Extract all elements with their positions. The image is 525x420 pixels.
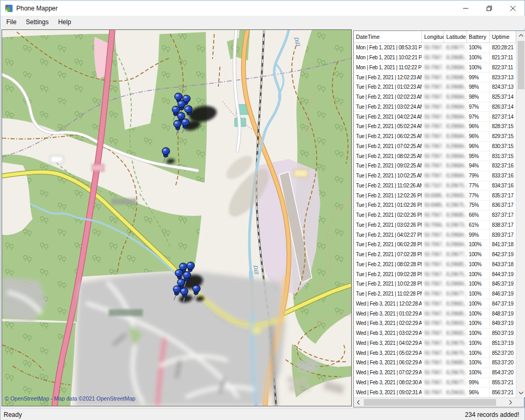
table-row[interactable]: Tue | Feb 2, 2021 | 01:02:23 AM50.7067..… [354, 82, 516, 92]
table-row[interactable]: Mon | Feb 1, 2021 | 08:53:31 PM50.7067..… [354, 43, 516, 53]
cell-datetime: Mon | Feb 1, 2021 | 08:53:31 PM [354, 43, 422, 53]
table-row[interactable]: Wed | Feb 3, 2021 | 08:02:30 AM50.7067..… [354, 378, 516, 388]
cell-uptime: 831:37:15 [490, 151, 516, 161]
cell-latitude: 8.29677.. [444, 289, 467, 299]
cell-battery: 77% [467, 181, 490, 191]
cell-longitude: 50.7067... [422, 230, 444, 240]
column-header-longitude[interactable]: Longitude [422, 31, 444, 43]
table-row[interactable]: Wed | Feb 3, 2021 | 06:02:29 AM50.7067..… [354, 358, 516, 368]
table-row[interactable]: Mon | Feb 1, 2021 | 11:02:22 PM50.7067..… [354, 63, 516, 73]
scroll-up-button[interactable] [517, 31, 525, 40]
table-row[interactable]: Tue | Feb 2, 2021 | 05:02:24 AM50.7067..… [354, 122, 516, 132]
cell-longitude: 50.7067... [422, 299, 444, 309]
cell-uptime: 853:37:20 [490, 358, 516, 368]
table-row[interactable]: Wed | Feb 3, 2021 | 05:02:29 AM50.7067..… [354, 348, 516, 358]
table-row[interactable]: Tue | Feb 2, 2021 | 11:02:26 AM50.7167..… [354, 181, 516, 191]
table-row[interactable]: Tue | Feb 2, 2021 | 12:02:23 AM50.7067..… [354, 72, 516, 82]
cell-uptime: 846:37:19 [490, 289, 516, 299]
chevron-up-icon [519, 34, 523, 37]
table-row[interactable]: Tue | Feb 2, 2021 | 07:02:25 AM50.7067..… [354, 142, 516, 152]
cell-battery: 96% [467, 387, 490, 397]
column-header-datetime[interactable]: DateTime [354, 31, 422, 43]
cell-longitude: 50.7067... [422, 358, 444, 368]
column-header-uptime[interactable]: Uptime [490, 31, 516, 43]
cell-datetime: Wed | Feb 3, 2021 | 06:02:29 AM [354, 358, 422, 368]
column-header-latitude[interactable]: Latitude [444, 31, 467, 43]
cell-uptime: 850:37:19 [490, 329, 516, 339]
table-row[interactable]: Tue | Feb 2, 2021 | 08:02:25 AM50.7067..… [354, 151, 516, 161]
minimize-button[interactable] [454, 1, 477, 16]
cell-battery: 100% [467, 358, 490, 368]
cell-longitude: 50.7067... [422, 339, 444, 349]
table-row[interactable]: Wed | Feb 3, 2021 | 09:02:31 AM50.7067..… [354, 387, 516, 397]
minimize-icon [463, 6, 468, 11]
column-header-battery[interactable]: Battery [467, 31, 490, 43]
cell-latitude: 8.29677... [444, 378, 467, 388]
table-row[interactable]: Wed | Feb 3, 2021 | 03:02:29 AM50.7067..… [354, 329, 516, 339]
restore-icon [487, 6, 492, 11]
cell-battery: 100% [467, 289, 490, 299]
cell-battery: 98% [467, 92, 490, 102]
cell-datetime: Mon | Feb 1, 2021 | 10:02:21 PM [354, 53, 422, 63]
table-row[interactable]: Tue | Feb 2, 2021 | 08:02:28 PM50.7067..… [354, 260, 516, 270]
table-row[interactable]: Tue | Feb 2, 2021 | 06:02:25 AM50.7067..… [354, 132, 516, 142]
cell-uptime: 828:37:15 [490, 122, 516, 132]
cell-longitude: 50.7067... [422, 112, 444, 122]
table-row[interactable]: Tue | Feb 2, 2021 | 04:02:24 AM50.7067..… [354, 112, 516, 122]
map-canvas[interactable]: Dill Dill [2, 30, 351, 406]
table-row[interactable]: Tue | Feb 2, 2021 | 12:02:26 PM50.6985..… [354, 191, 516, 201]
cell-datetime: Tue | Feb 2, 2021 | 07:02:28 PM [354, 250, 422, 260]
table-row[interactable]: Wed | Feb 3, 2021 | 04:02:29 AM50.7067..… [354, 339, 516, 349]
table-row[interactable]: Tue | Feb 2, 2021 | 10:02:28 PM50.7067..… [354, 279, 516, 289]
close-button[interactable] [501, 1, 524, 16]
table-row[interactable]: Wed | Feb 3, 2021 | 12:02:28 AM50.7067..… [354, 299, 516, 309]
scroll-right-button[interactable] [506, 398, 515, 407]
cell-latitude: 8.29684.. [444, 132, 467, 142]
vertical-scroll-thumb[interactable] [518, 41, 524, 89]
restore-button[interactable] [477, 1, 501, 16]
table-row[interactable]: Tue | Feb 2, 2021 | 02:02:23 AM50.7067..… [354, 92, 516, 102]
cell-battery: 99% [467, 230, 490, 240]
cell-uptime: 827:37:14 [490, 112, 516, 122]
table-row[interactable]: Tue | Feb 2, 2021 | 07:02:28 PM50.7067..… [354, 250, 516, 260]
cell-battery: 99% [467, 378, 490, 388]
cell-uptime: 820:28:21 [490, 43, 516, 53]
table-row[interactable]: Wed | Feb 3, 2021 | 02:02:29 AM50.7067..… [354, 319, 516, 329]
table-row[interactable]: Tue | Feb 2, 2021 | 10:02:25 AM50.7067..… [354, 171, 516, 181]
table-row[interactable]: Tue | Feb 2, 2021 | 11:02:28 PM50.7067..… [354, 289, 516, 299]
vertical-scrollbar[interactable] [516, 31, 525, 397]
table-row[interactable]: Tue | Feb 2, 2021 | 02:02:26 PM50.7067..… [354, 211, 516, 220]
cell-uptime: 830:37:15 [490, 142, 516, 152]
horizontal-scroll-thumb[interactable] [364, 399, 496, 406]
cell-latitude: 8.29675... [444, 348, 467, 358]
menu-settings[interactable]: Settings [21, 17, 53, 27]
table-row[interactable]: Wed | Feb 3, 2021 | 01:02:29 AM50.7067..… [354, 309, 516, 319]
table-row[interactable]: Tue | Feb 2, 2021 | 09:02:28 PM50.7067..… [354, 269, 516, 279]
menu-bar: File Settings Help [1, 16, 525, 28]
table-row[interactable]: Tue | Feb 2, 2021 | 01:02:26 PM50.6985..… [354, 201, 516, 211]
cell-uptime: 821:37:11 [490, 53, 516, 63]
table-row[interactable]: Tue | Feb 2, 2021 | 04:02:27 PM50.7067..… [354, 230, 516, 240]
cell-datetime: Tue | Feb 2, 2021 | 12:02:26 PM [354, 191, 422, 201]
scroll-left-button[interactable] [354, 398, 363, 407]
cell-battery: 100% [467, 309, 490, 319]
table-row[interactable]: Wed | Feb 3, 2021 | 07:02:29 AM50.7067..… [354, 368, 516, 378]
table-row[interactable]: Tue | Feb 2, 2021 | 03:02:24 AM50.7067..… [354, 102, 516, 112]
menu-file[interactable]: File [2, 17, 21, 27]
table-row[interactable]: Mon | Feb 1, 2021 | 10:02:21 PM50.7067..… [354, 53, 516, 63]
scroll-down-button[interactable] [517, 388, 525, 397]
cell-longitude: 50.7067... [422, 260, 444, 270]
vertical-scroll-track[interactable] [517, 90, 525, 388]
cell-latitude: 8.29684.. [444, 102, 467, 112]
horizontal-scrollbar[interactable] [354, 397, 524, 407]
table-row[interactable]: Tue | Feb 2, 2021 | 06:02:28 PM50.7067..… [354, 240, 516, 250]
cell-battery: 96% [467, 142, 490, 152]
cell-longitude: 50.7067... [422, 387, 444, 397]
close-icon [510, 6, 516, 11]
menu-help[interactable]: Help [54, 17, 76, 27]
cell-longitude: 50.7067... [422, 378, 444, 388]
table-row[interactable]: Tue | Feb 2, 2021 | 09:02:25 AM50.7067..… [354, 161, 516, 171]
horizontal-scroll-track[interactable] [497, 398, 506, 407]
cell-datetime: Wed | Feb 3, 2021 | 02:02:29 AM [354, 319, 422, 329]
table-row[interactable]: Tue | Feb 2, 2021 | 03:02:26 PM50.7066..… [354, 220, 516, 230]
